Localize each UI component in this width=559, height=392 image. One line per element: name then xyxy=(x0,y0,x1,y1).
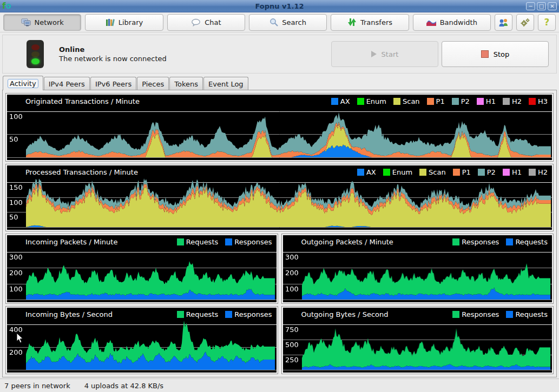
legend-requests: Requests xyxy=(177,310,219,318)
chart-title: Processed Transactions / Minute xyxy=(25,168,138,176)
legend-label: H1 xyxy=(486,97,496,105)
legend-swatch-icon xyxy=(506,238,513,245)
chart-legend: RequestsResponses xyxy=(177,310,272,318)
legend-swatch-icon xyxy=(452,311,459,318)
network-button[interactable]: Network xyxy=(3,14,81,31)
bandwidth-icon xyxy=(426,19,436,26)
legend-label: Requests xyxy=(515,238,548,246)
legend-h2: H2 xyxy=(529,168,548,176)
chart-outgoing-packets: Outgoing Packets / Minute ResponsesReque… xyxy=(282,234,554,303)
traffic-light-icon xyxy=(27,40,44,68)
peers-status: 7 peers in network xyxy=(4,382,70,390)
app-window: fo Fopnu v1.12 ─ □ ✕ Network xyxy=(0,0,559,392)
tab-tokens[interactable]: Tokens xyxy=(169,77,203,90)
help-icon: ? xyxy=(544,17,550,28)
tab-ipv6-peers[interactable]: IPv6 Peers xyxy=(90,77,136,90)
legend-label: Enum xyxy=(366,97,386,105)
legend-swatch-icon xyxy=(478,169,485,176)
tab-ipv4-peers[interactable]: IPv4 Peers xyxy=(44,77,90,90)
status-texts: Online The network is now connected xyxy=(59,45,167,63)
stop-button[interactable]: Stop xyxy=(442,41,549,67)
legend-h3: H3 xyxy=(529,97,548,105)
maximize-button[interactable]: □ xyxy=(537,2,546,10)
legend-label: Responses xyxy=(462,238,499,246)
legend-swatch-icon xyxy=(393,98,400,105)
legend-h1: H1 xyxy=(477,97,496,105)
legend-ax: AX xyxy=(331,97,350,105)
chart-originated-transactions: Originated Transactions / Minute AXEnumS… xyxy=(6,94,553,161)
legend-swatch-icon xyxy=(177,238,184,245)
chart-canvas xyxy=(7,320,277,373)
help-button[interactable]: ? xyxy=(538,14,556,31)
chart-title: Outgoing Bytes / Second xyxy=(301,310,389,318)
chart-title: Incoming Bytes / Second xyxy=(25,310,113,318)
legend-label: H1 xyxy=(512,168,522,176)
legend-swatch-icon xyxy=(506,311,513,318)
chart-legend: ResponsesRequests xyxy=(452,310,548,318)
tab-pieces[interactable]: Pieces xyxy=(137,77,169,90)
legend-responses: Responses xyxy=(225,310,272,318)
uploads-status: 4 uploads at 42.8 KB/s xyxy=(84,382,163,390)
titlebar: fo Fopnu v1.12 ─ □ ✕ xyxy=(0,0,559,12)
start-stop-buttons: Start Stop xyxy=(331,41,549,67)
chart-processed-transactions: Processed Transactions / Minute AXEnumSc… xyxy=(6,164,553,231)
legend-swatch-icon xyxy=(331,98,338,105)
chart-header: Outgoing Bytes / Second ResponsesRequest… xyxy=(283,308,553,320)
legend-scan: Scan xyxy=(419,168,446,176)
tab-event-log[interactable]: Event Log xyxy=(203,77,248,90)
activity-tab-content: Originated Transactions / Minute AXEnumS… xyxy=(2,90,557,377)
legend-label: Responses xyxy=(234,238,272,246)
legend-label: Requests xyxy=(186,310,219,318)
chat-icon xyxy=(191,18,201,26)
start-button-label: Start xyxy=(382,50,399,58)
transfers-button[interactable]: Transfers xyxy=(331,14,409,31)
library-button[interactable]: Library xyxy=(85,14,163,31)
traffic-light-yellow xyxy=(31,51,40,57)
chart-title: Originated Transactions / Minute xyxy=(25,97,140,105)
window-title: Fopnu v1.12 xyxy=(0,2,559,10)
legend-label: P2 xyxy=(487,168,496,176)
legend-responses: Responses xyxy=(452,310,499,318)
legend-swatch-icon xyxy=(357,98,364,105)
search-button-label: Search xyxy=(282,18,306,26)
legend-swatch-icon xyxy=(452,238,459,245)
status-message: The network is now connected xyxy=(59,55,167,63)
tab-activity[interactable]: Activity xyxy=(3,76,43,90)
legend-swatch-icon xyxy=(427,98,434,105)
chart-legend: RequestsResponses xyxy=(177,238,272,246)
chart-canvas xyxy=(7,177,552,230)
legend-label: Scan xyxy=(429,168,446,176)
legend-swatch-icon xyxy=(453,169,460,176)
toolbar: Network Library Chat Search xyxy=(0,12,559,32)
legend-swatch-icon xyxy=(357,169,364,176)
minimize-button[interactable]: ─ xyxy=(526,2,535,10)
tabbar: Activity IPv4 Peers IPv6 Peers Pieces To… xyxy=(0,76,559,90)
legend-swatch-icon xyxy=(177,311,184,318)
chat-button[interactable]: Chat xyxy=(167,14,245,31)
chart-canvas xyxy=(283,320,553,373)
legend-label: Scan xyxy=(403,97,420,105)
chart-header: Incoming Packets / Minute RequestsRespon… xyxy=(7,235,277,247)
bandwidth-button[interactable]: Bandwidth xyxy=(413,14,491,31)
legend-label: H3 xyxy=(538,97,548,105)
settings-button[interactable] xyxy=(516,14,534,31)
chart-legend: AXEnumScanP1P2H1H2 xyxy=(357,168,548,176)
legend-label: Responses xyxy=(234,310,272,318)
legend-h2: H2 xyxy=(503,97,522,105)
transfers-button-label: Transfers xyxy=(360,18,392,26)
chart-canvas xyxy=(7,247,277,302)
peers-button[interactable] xyxy=(495,14,512,31)
legend-label: H2 xyxy=(538,168,548,176)
packets-chart-row: Incoming Packets / Minute RequestsRespon… xyxy=(6,234,553,303)
close-button[interactable]: ✕ xyxy=(548,2,557,10)
stop-button-label: Stop xyxy=(494,50,510,58)
chart-legend: ResponsesRequests xyxy=(452,238,548,246)
legend-label: Requests xyxy=(186,238,219,246)
chart-title: Incoming Packets / Minute xyxy=(25,238,117,246)
chart-incoming-packets: Incoming Packets / Minute RequestsRespon… xyxy=(6,234,278,303)
search-button[interactable]: Search xyxy=(249,14,327,31)
legend-swatch-icon xyxy=(225,238,232,245)
start-button[interactable]: Start xyxy=(331,41,438,67)
chart-header: Outgoing Packets / Minute ResponsesReque… xyxy=(283,235,553,247)
chat-button-label: Chat xyxy=(205,18,221,26)
